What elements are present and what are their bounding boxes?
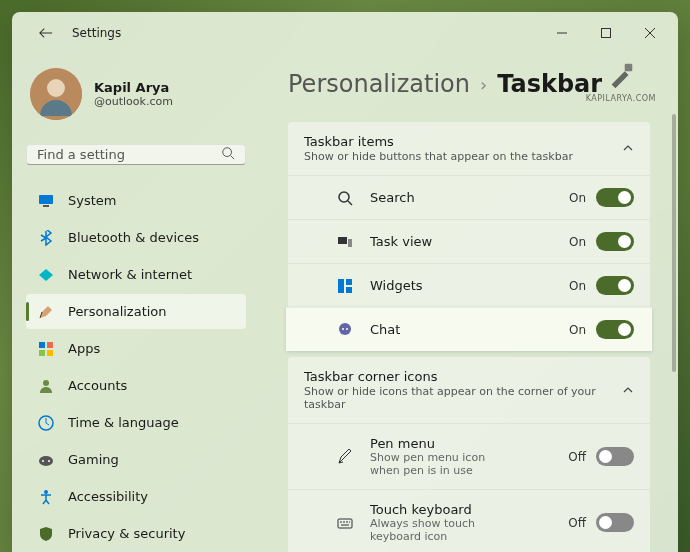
svg-rect-7 bbox=[47, 342, 53, 348]
sidebar-item-label: Accounts bbox=[68, 378, 127, 393]
toggle-search[interactable] bbox=[596, 188, 634, 207]
svg-rect-0 bbox=[602, 29, 611, 38]
svg-rect-8 bbox=[39, 350, 45, 356]
toggle-touchkb[interactable] bbox=[596, 513, 634, 532]
pen-icon bbox=[336, 448, 354, 466]
apps-icon bbox=[38, 341, 54, 357]
main-content: KAPILARYA.COM Personalization › Taskbar … bbox=[260, 54, 678, 552]
setting-row-widgets[interactable]: Widgets On bbox=[288, 263, 650, 307]
svg-rect-19 bbox=[338, 237, 347, 244]
accessibility-icon bbox=[38, 489, 54, 505]
setting-label: Widgets bbox=[370, 278, 423, 293]
setting-row-pen[interactable]: Pen menu Show pen menu icon when pen is … bbox=[288, 423, 650, 489]
sidebar-item-label: Privacy & security bbox=[68, 526, 185, 541]
sidebar-item-time[interactable]: Time & language bbox=[26, 405, 246, 440]
paint-icon bbox=[38, 304, 54, 320]
panel-header[interactable]: Taskbar corner icons Show or hide icons … bbox=[288, 357, 650, 423]
arrow-left-icon bbox=[39, 26, 53, 40]
maximize-button[interactable] bbox=[584, 18, 628, 48]
svg-point-12 bbox=[39, 456, 53, 466]
setting-label: Pen menu bbox=[370, 436, 510, 451]
setting-label: Search bbox=[370, 190, 415, 205]
chevron-up-icon bbox=[622, 139, 634, 158]
setting-state: On bbox=[569, 191, 586, 205]
svg-rect-22 bbox=[346, 279, 352, 285]
setting-state: Off bbox=[568, 516, 586, 530]
panel-taskbar-items: Taskbar items Show or hide buttons that … bbox=[288, 122, 650, 351]
setting-state: Off bbox=[568, 450, 586, 464]
setting-label: Touch keyboard bbox=[370, 502, 510, 517]
svg-point-15 bbox=[44, 490, 48, 494]
sidebar-item-label: System bbox=[68, 193, 116, 208]
keyboard-icon bbox=[336, 514, 354, 532]
sidebar-item-bluetooth[interactable]: Bluetooth & devices bbox=[26, 220, 246, 255]
search-icon bbox=[221, 145, 235, 164]
svg-rect-5 bbox=[43, 205, 49, 207]
avatar bbox=[30, 68, 82, 120]
svg-point-2 bbox=[47, 79, 65, 97]
sidebar-item-apps[interactable]: Apps bbox=[26, 331, 246, 366]
svg-point-25 bbox=[342, 328, 344, 330]
scrollbar[interactable] bbox=[672, 114, 676, 544]
setting-row-search[interactable]: Search On bbox=[288, 175, 650, 219]
minimize-icon bbox=[557, 28, 567, 38]
sidebar-item-accessibility[interactable]: Accessibility bbox=[26, 479, 246, 514]
chat-icon bbox=[336, 321, 354, 339]
titlebar: Settings bbox=[12, 12, 678, 54]
search-input[interactable] bbox=[37, 147, 215, 162]
panel-corner-icons: Taskbar corner icons Show or hide icons … bbox=[288, 357, 650, 552]
svg-point-14 bbox=[48, 460, 50, 462]
setting-label: Task view bbox=[370, 234, 432, 249]
widgets-icon bbox=[336, 277, 354, 295]
sidebar-item-network[interactable]: Network & internet bbox=[26, 257, 246, 292]
svg-point-13 bbox=[42, 460, 44, 462]
shield-icon bbox=[38, 526, 54, 542]
sidebar-item-gaming[interactable]: Gaming bbox=[26, 442, 246, 477]
svg-rect-17 bbox=[625, 64, 633, 72]
setting-row-chat[interactable]: Chat On bbox=[286, 307, 652, 351]
settings-window: Settings Kapil Arya @outlook.com bbox=[12, 12, 678, 552]
svg-point-10 bbox=[43, 380, 49, 386]
sidebar-item-accounts[interactable]: Accounts bbox=[26, 368, 246, 403]
setting-row-taskview[interactable]: Task view On bbox=[288, 219, 650, 263]
svg-point-18 bbox=[339, 192, 349, 202]
svg-point-3 bbox=[223, 148, 232, 157]
profile-email: @outlook.com bbox=[94, 95, 173, 108]
sidebar-item-system[interactable]: System bbox=[26, 183, 246, 218]
clock-globe-icon bbox=[38, 415, 54, 431]
toggle-chat[interactable] bbox=[596, 320, 634, 339]
sidebar-item-label: Gaming bbox=[68, 452, 119, 467]
svg-rect-23 bbox=[346, 287, 352, 293]
back-button[interactable] bbox=[30, 17, 62, 49]
window-title: Settings bbox=[72, 26, 121, 40]
search-icon bbox=[336, 189, 354, 207]
chevron-right-icon: › bbox=[480, 74, 487, 95]
minimize-button[interactable] bbox=[540, 18, 584, 48]
hammer-icon bbox=[606, 60, 636, 90]
setting-label: Chat bbox=[370, 322, 400, 337]
breadcrumb-parent[interactable]: Personalization bbox=[288, 70, 470, 98]
bluetooth-icon bbox=[38, 230, 54, 246]
window-controls bbox=[540, 18, 672, 48]
setting-state: On bbox=[569, 235, 586, 249]
toggle-taskview[interactable] bbox=[596, 232, 634, 251]
wifi-icon bbox=[38, 267, 54, 283]
panel-header[interactable]: Taskbar items Show or hide buttons that … bbox=[288, 122, 650, 175]
svg-point-26 bbox=[346, 328, 348, 330]
sidebar-item-privacy[interactable]: Privacy & security bbox=[26, 516, 246, 551]
sidebar: Kapil Arya @outlook.com System Bluetooth… bbox=[12, 54, 260, 552]
setting-row-touchkb[interactable]: Touch keyboard Always show touch keyboar… bbox=[288, 489, 650, 552]
toggle-widgets[interactable] bbox=[596, 276, 634, 295]
setting-desc: Always show touch keyboard icon bbox=[370, 517, 510, 543]
sidebar-item-personalization[interactable]: Personalization bbox=[26, 294, 246, 329]
panel-title: Taskbar items bbox=[304, 134, 573, 149]
close-button[interactable] bbox=[628, 18, 672, 48]
toggle-pen[interactable] bbox=[596, 447, 634, 466]
profile-name: Kapil Arya bbox=[94, 80, 173, 95]
sidebar-item-label: Personalization bbox=[68, 304, 167, 319]
profile[interactable]: Kapil Arya @outlook.com bbox=[26, 62, 246, 134]
setting-state: On bbox=[569, 279, 586, 293]
search-box[interactable] bbox=[26, 144, 246, 165]
body: Kapil Arya @outlook.com System Bluetooth… bbox=[12, 54, 678, 552]
setting-state: On bbox=[569, 323, 586, 337]
